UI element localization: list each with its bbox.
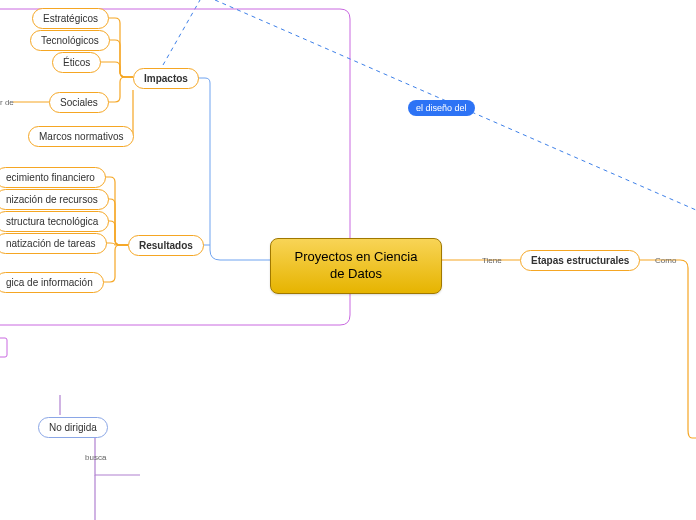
node-estrategicos[interactable]: Estratégicos xyxy=(32,8,109,29)
label-eticos: Éticos xyxy=(63,57,90,68)
label-recursos: nización de recursos xyxy=(6,194,98,205)
label-tecnologica: structura tecnológica xyxy=(6,216,98,227)
node-impactos[interactable]: Impactos xyxy=(133,68,199,89)
node-sociales[interactable]: Sociales xyxy=(49,92,109,113)
label-impactos: Impactos xyxy=(144,73,188,84)
node-no-dirigida[interactable]: No dirigida xyxy=(38,417,108,438)
label-tecnologicos: Tecnológicos xyxy=(41,35,99,46)
node-recursos[interactable]: nización de recursos xyxy=(0,189,109,210)
node-etapas[interactable]: Etapas estructurales xyxy=(520,250,640,271)
label-resultados: Resultados xyxy=(139,240,193,251)
label-sociales: Sociales xyxy=(60,97,98,108)
edge-label-como: Como xyxy=(655,256,676,265)
side-label-rde: r de xyxy=(0,98,14,107)
label-no-dirigida: No dirigida xyxy=(49,422,97,433)
node-eticos[interactable]: Éticos xyxy=(52,52,101,73)
node-tecnologicos[interactable]: Tecnológicos xyxy=(30,30,110,51)
edge-label-tiene: Tiene xyxy=(482,256,502,265)
label-diseno: el diseño del xyxy=(416,103,467,113)
label-estrategicos: Estratégicos xyxy=(43,13,98,24)
node-resultados[interactable]: Resultados xyxy=(128,235,204,256)
central-title: Proyectos en Ciencia de Datos xyxy=(289,249,423,283)
node-marcos[interactable]: Marcos normativos xyxy=(28,126,134,147)
edge-label-busca: busca xyxy=(85,453,106,462)
label-etapas: Etapas estructurales xyxy=(531,255,629,266)
node-diseno[interactable]: el diseño del xyxy=(408,100,475,116)
label-financiero: ecimiento financiero xyxy=(6,172,95,183)
central-node[interactable]: Proyectos en Ciencia de Datos xyxy=(270,238,442,294)
node-tareas[interactable]: natización de tareas xyxy=(0,233,107,254)
label-tareas: natización de tareas xyxy=(6,238,96,249)
node-tecnologica[interactable]: structura tecnológica xyxy=(0,211,109,232)
node-financiero[interactable]: ecimiento financiero xyxy=(0,167,106,188)
label-informacion: gica de información xyxy=(6,277,93,288)
label-marcos: Marcos normativos xyxy=(39,131,123,142)
node-informacion[interactable]: gica de información xyxy=(0,272,104,293)
